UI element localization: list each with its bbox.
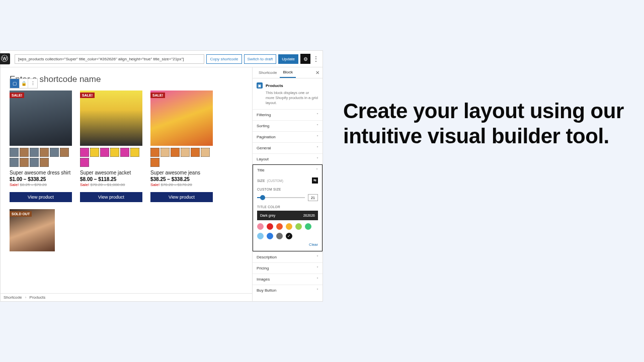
- product-price: $38.25 – $338.25: [150, 176, 213, 182]
- color-swatch[interactable]: [286, 233, 292, 239]
- copy-shortcode-button[interactable]: Copy shortcode: [206, 54, 242, 64]
- size-slider[interactable]: [257, 197, 305, 198]
- thumbnail[interactable]: [160, 148, 170, 157]
- product-card: SALE!Super awesome jeans$38.25 – $338.25…: [150, 90, 213, 202]
- custom-size-label: CUSTOM SIZE: [257, 188, 318, 191]
- panel-filtering: Filtering˅: [253, 109, 323, 120]
- color-swatch[interactable]: [276, 223, 283, 230]
- block-description: ▣ Products This block displays one or mo…: [253, 78, 323, 109]
- color-swatch[interactable]: [267, 223, 273, 230]
- color-display[interactable]: Dark grey 262626: [257, 211, 318, 220]
- panel-header[interactable]: Sorting˅: [253, 121, 323, 131]
- update-button[interactable]: Update: [278, 54, 298, 64]
- sale-badge: SALE!: [10, 93, 24, 98]
- product-card: SALE!Super awesome jacket$8.00 – $118.25…: [80, 90, 142, 202]
- tab-shortcode[interactable]: Shortcode: [256, 68, 280, 77]
- color-swatch[interactable]: [276, 233, 283, 239]
- block-title: Products: [266, 83, 283, 88]
- panel-header[interactable]: Pricing˅: [253, 263, 323, 274]
- panel-header[interactable]: Filtering˅: [253, 110, 323, 120]
- marketing-headline: Create your layout using our intuitive v…: [343, 99, 644, 148]
- thumbnail[interactable]: [30, 158, 39, 167]
- lock-icon[interactable]: 🔒: [19, 79, 28, 88]
- switch-draft-button[interactable]: Switch to draft: [244, 54, 277, 64]
- thumbnail[interactable]: [191, 148, 200, 157]
- products-block-icon: ▣: [257, 82, 263, 88]
- product-name: Super awesome jacket: [80, 170, 142, 175]
- thumbnail[interactable]: [40, 158, 49, 167]
- panel-header[interactable]: Pagination˅: [253, 132, 323, 142]
- editor-window: Copy shortcode Switch to draft Update ⚙ …: [0, 50, 323, 302]
- thumbnail[interactable]: [120, 148, 129, 157]
- panel-title: Title ˄ SIZE (CUSTOM) ⇆ CUSTOM SIZE: [253, 164, 323, 251]
- chevron-down-icon: ˅: [316, 124, 318, 128]
- view-product-button[interactable]: View product: [80, 192, 142, 202]
- panel-header[interactable]: Layout˅: [253, 154, 323, 164]
- product-image: SALE!: [80, 90, 142, 146]
- thumbnail[interactable]: [181, 148, 190, 157]
- thumbnail[interactable]: [20, 158, 29, 167]
- crumb-products[interactable]: Products: [30, 295, 46, 300]
- thumbnail[interactable]: [60, 148, 69, 157]
- thumbnail[interactable]: [50, 148, 59, 157]
- size-row: SIZE (CUSTOM) ⇆: [257, 177, 318, 184]
- chevron-down-icon: ˅: [316, 288, 318, 293]
- view-product-button[interactable]: View product: [10, 192, 72, 202]
- thumbnail[interactable]: [171, 148, 180, 157]
- panel-header[interactable]: General˅: [253, 143, 323, 153]
- tab-block[interactable]: Block: [280, 67, 296, 78]
- soldout-badge: SOLD OUT: [10, 211, 32, 217]
- block-more-icon[interactable]: ⋮: [28, 79, 37, 88]
- thumbnail[interactable]: [130, 148, 139, 157]
- color-swatch[interactable]: [257, 223, 264, 230]
- sale-badge: SALE!: [150, 93, 165, 98]
- color-swatch[interactable]: [295, 223, 302, 230]
- sale-price-line: Sale! $70.20 – $170.20: [150, 183, 213, 187]
- shortcode-input[interactable]: [15, 54, 204, 64]
- chevron-down-icon: ˅: [316, 146, 318, 150]
- panel-pagination: Pagination˅: [253, 131, 323, 142]
- thumbnail[interactable]: [10, 158, 19, 167]
- panel-header-title[interactable]: Title ˄: [253, 165, 322, 175]
- thumbnail[interactable]: [10, 148, 19, 157]
- color-swatches: [257, 223, 318, 239]
- shortcode-heading: Enter a shortcode name: [10, 74, 243, 84]
- thumbnail[interactable]: [90, 148, 99, 157]
- color-swatch[interactable]: [286, 223, 292, 230]
- thumbnail[interactable]: [40, 148, 49, 157]
- thumbnail[interactable]: [201, 148, 210, 157]
- panel-general: General˅: [253, 142, 323, 153]
- thumbnail[interactable]: [20, 148, 29, 157]
- product-image: SALE!: [10, 90, 72, 146]
- product-card: SALE!Super awesome dress shirt$1.00 – $3…: [10, 90, 72, 202]
- more-icon[interactable]: ⋮: [312, 55, 319, 62]
- color-swatch[interactable]: [257, 233, 264, 239]
- thumbnail[interactable]: [30, 148, 39, 157]
- thumbnail[interactable]: [80, 148, 89, 157]
- settings-icon[interactable]: ⚙: [300, 54, 310, 64]
- product-image: SALE!: [150, 90, 213, 146]
- block-type-icon[interactable]: ▢: [10, 79, 19, 88]
- panel-header[interactable]: Description˅: [253, 252, 323, 262]
- panel-header[interactable]: Buy Button˅: [253, 285, 323, 296]
- size-toggle-icon[interactable]: ⇆: [312, 177, 318, 184]
- panel-header[interactable]: Images˅: [253, 274, 323, 285]
- clear-color-button[interactable]: Clear: [257, 242, 318, 247]
- close-icon[interactable]: ✕: [315, 70, 319, 75]
- thumbnail[interactable]: [150, 148, 159, 157]
- thumbnail[interactable]: [110, 148, 119, 157]
- size-value-input[interactable]: 21: [308, 194, 318, 201]
- product-name: Super awesome dress shirt: [10, 170, 72, 175]
- thumbnail[interactable]: [150, 158, 159, 167]
- thumbnail[interactable]: [100, 148, 109, 157]
- breadcrumb: Shortcode › Products: [1, 293, 252, 301]
- color-swatch[interactable]: [305, 223, 311, 230]
- color-swatch[interactable]: [267, 233, 273, 239]
- product-price: $1.00 – $338.25: [10, 176, 72, 182]
- view-product-button[interactable]: View product: [150, 192, 213, 202]
- thumbnail[interactable]: [80, 158, 89, 167]
- crumb-shortcode[interactable]: Shortcode: [4, 295, 22, 300]
- chevron-down-icon: ˅: [316, 135, 318, 139]
- chevron-up-icon: ˄: [316, 168, 318, 172]
- panel-sorting: Sorting˅: [253, 120, 323, 131]
